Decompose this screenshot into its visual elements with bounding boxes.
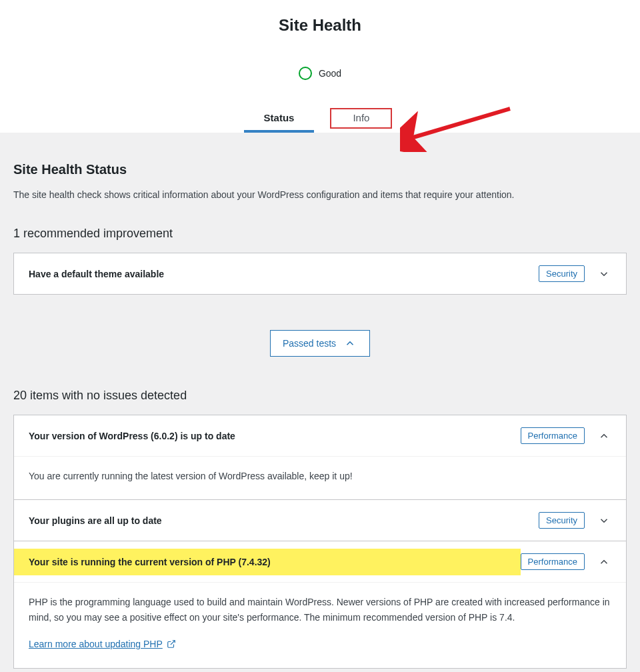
chevron-up-icon bbox=[597, 429, 611, 443]
issue-body: You are currently running the latest ver… bbox=[14, 456, 626, 499]
issue-title: Your site is running the current version… bbox=[14, 549, 521, 575]
tab-info-label: Info bbox=[353, 112, 369, 123]
badge-performance: Performance bbox=[521, 553, 585, 570]
learn-more-label: Learn more about updating PHP bbox=[29, 637, 163, 651]
section-heading: Site Health Status bbox=[13, 162, 627, 177]
issue-card: Your plugins are all up to date Security bbox=[13, 499, 627, 541]
issue-card-header[interactable]: Your version of WordPress (6.0.2) is up … bbox=[14, 415, 626, 456]
issue-card: Your site is running the current version… bbox=[13, 541, 627, 668]
tab-info[interactable]: Info bbox=[326, 104, 396, 133]
issue-title: Your version of WordPress (6.0.2) is up … bbox=[29, 431, 521, 441]
external-link-icon bbox=[167, 639, 176, 649]
learn-more-link[interactable]: Learn more about updating PHP bbox=[29, 637, 176, 651]
gauge-circle-icon bbox=[299, 67, 312, 80]
passed-tests-button[interactable]: Passed tests bbox=[270, 330, 370, 357]
improvements-heading: 1 recommended improvement bbox=[13, 227, 627, 241]
tab-status-label: Status bbox=[264, 112, 295, 123]
issue-body: PHP is the programming language used to … bbox=[14, 582, 626, 667]
gauge-label: Good bbox=[319, 68, 341, 79]
issue-title: Your plugins are all up to date bbox=[29, 515, 539, 526]
badge-security: Security bbox=[539, 265, 585, 282]
chevron-up-icon bbox=[597, 555, 611, 569]
page-title: Site Health bbox=[0, 16, 640, 35]
svg-line-1 bbox=[171, 641, 175, 645]
tab-status[interactable]: Status bbox=[244, 104, 315, 133]
issue-body-text: You are currently running the latest ver… bbox=[29, 471, 353, 481]
issue-body-text: PHP is the programming language used to … bbox=[29, 597, 610, 622]
issue-title: Have a default theme available bbox=[29, 269, 539, 279]
header: Site Health Good Status Info bbox=[0, 0, 640, 133]
issue-card: Your version of WordPress (6.0.2) is up … bbox=[13, 415, 627, 500]
issue-card: Have a default theme available Security bbox=[13, 253, 627, 295]
tabs: Status Info bbox=[0, 104, 640, 133]
section-description: The site health check shows critical inf… bbox=[13, 189, 627, 200]
badge-performance: Performance bbox=[521, 427, 585, 444]
issue-card-header[interactable]: Have a default theme available Security bbox=[14, 253, 626, 294]
chevron-down-icon bbox=[597, 267, 611, 281]
passed-tests-label: Passed tests bbox=[283, 338, 336, 349]
badge-security: Security bbox=[539, 512, 585, 529]
issue-card-header[interactable]: Your site is running the current version… bbox=[14, 541, 626, 582]
issue-card-header[interactable]: Your plugins are all up to date Security bbox=[14, 500, 626, 541]
content: Site Health Status The site health check… bbox=[0, 133, 640, 672]
chevron-up-icon bbox=[343, 336, 357, 351]
chevron-down-icon bbox=[597, 513, 611, 528]
no-issues-heading: 20 items with no issues detected bbox=[13, 389, 627, 403]
health-gauge: Good bbox=[0, 67, 640, 80]
